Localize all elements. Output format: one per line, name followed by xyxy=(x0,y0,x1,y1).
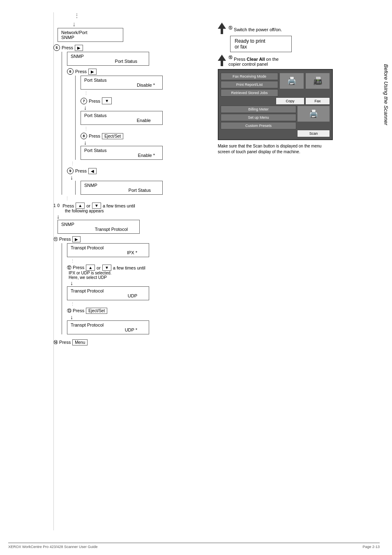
fax-icon: 📠 xyxy=(305,73,330,89)
step6-row: 6 Press ▶ xyxy=(67,68,242,75)
ready-box: Ready to print or fax xyxy=(230,36,366,52)
step16-arrow xyxy=(218,55,226,66)
step16-text: ⑯ Press Clear All on the copier control … xyxy=(228,55,279,67)
copier-icon: 🖨️ xyxy=(279,73,304,89)
step11-row: ⑪ Press ▶ xyxy=(53,236,242,242)
dot-continuation: ⋮ xyxy=(74,12,80,19)
step11-indent: Transpt Protocol IPX * ⋮ ⑫ Press ▲ or ▼ … xyxy=(62,243,242,334)
panel-note: Make sure that the Scan button is displa… xyxy=(218,143,333,155)
step13-row: ⑬ Press Eject/Set xyxy=(67,308,242,314)
step16-row: ⑯ Press Clear All on the copier control … xyxy=(218,55,366,67)
arrow-to-box: ↓ xyxy=(72,21,242,28)
step9-row: 9 Press ◀ xyxy=(67,168,242,174)
step7-num: 7 xyxy=(81,98,87,104)
step5-row: 5 Press ▶ xyxy=(53,44,242,51)
step10-row: 10 Press ▲ or ▼ a few times until xyxy=(53,203,242,209)
step5-indent: SNMP Port Status 6 Press ▶ Port Status D… xyxy=(62,52,242,195)
step9-indent: SNMP Port Status xyxy=(75,181,242,195)
svg-marker-0 xyxy=(218,23,226,34)
left-flowchart: ⋮ ↓ Network/Port SNMP 5 Press ▶ SNMP Por… xyxy=(53,12,242,345)
step14-row: ⑭ Press Menu xyxy=(53,339,242,345)
svg-marker-1 xyxy=(218,55,226,66)
step12-row: ⑫ Press ▲ or ▼ a few times until xyxy=(67,265,242,271)
right-column: ⑮ Switch the power off/on. Ready to prin… xyxy=(218,23,366,155)
footer: XEROX WorkCentre Pro 423/428 Scanner Use… xyxy=(8,543,380,549)
footer-right: Page 2-13 xyxy=(362,545,380,549)
step6-num: 6 xyxy=(67,68,74,75)
step5-num: 5 xyxy=(53,44,60,51)
step15-arrow xyxy=(218,23,226,34)
control-panel: Fax Receiving Mode Print Report/List Ret… xyxy=(218,69,333,140)
printer-icon: 🖨️ xyxy=(297,106,330,122)
network-port-box: Network/Port SNMP xyxy=(58,28,242,42)
fax-button: Fax xyxy=(305,97,330,105)
step9-num: 9 xyxy=(67,168,74,174)
step6-indent: Port Status Disable * ⋮ 7 Press ▼ ↓ Port… xyxy=(75,76,242,160)
step15-row: ⑮ Switch the power off/on. xyxy=(218,23,366,34)
sidebar-label: Before Using the Scanner xyxy=(380,33,392,156)
scan-button: Scan xyxy=(297,130,330,137)
footer-left: XEROX WorkCentre Pro 423/428 Scanner Use… xyxy=(8,545,97,549)
step10-box: SNMP Transpt Protocol xyxy=(58,220,242,234)
copy-button: Copy xyxy=(276,97,304,105)
step8-num: 8 xyxy=(81,133,87,139)
